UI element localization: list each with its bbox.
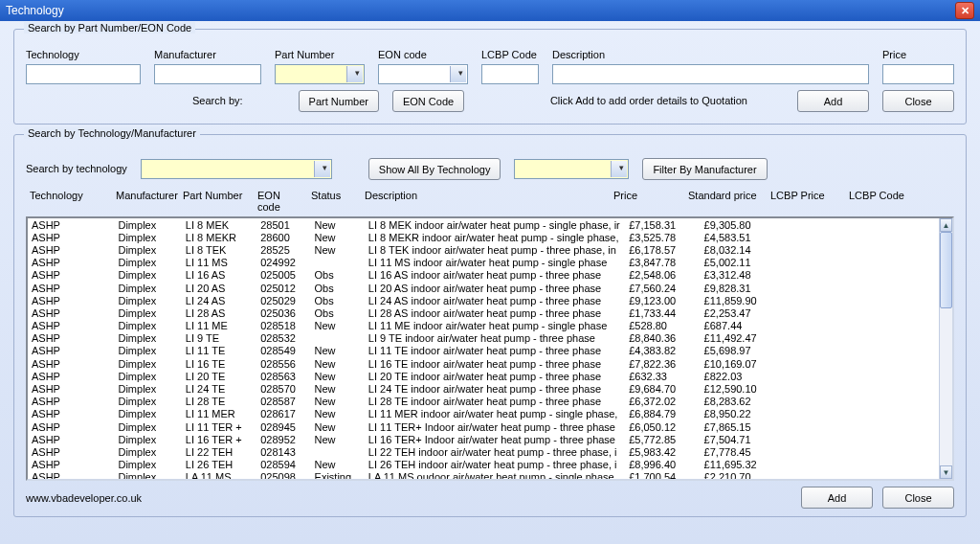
table-row[interactable]: ASHPDimplexLA 11 MS025098ExistingLA 11 M… — [28, 471, 939, 479]
col-std-price: Standard price — [684, 188, 767, 215]
scroll-up-icon[interactable]: ▲ — [940, 218, 952, 232]
table-row[interactable]: ASHPDimplexLI 24 AS025029ObsLI 24 AS ind… — [28, 294, 939, 306]
label-search-technology: Search by technology — [26, 163, 127, 174]
col-lcbp-price: LCBP Price — [767, 188, 845, 215]
col-eon-code: EON code — [254, 188, 307, 215]
btn-show-all-tech[interactable]: Show All By Technology — [368, 158, 501, 180]
hint-add-quotation: Click Add to add order details to Quotat… — [550, 95, 747, 106]
btn-filter-manufacturer[interactable]: Filter By Manufacturer — [642, 158, 767, 180]
table-row[interactable]: ASHPDimplexLI 16 TE028556NewLI 16 TE ind… — [28, 357, 939, 370]
label-part-number: Part Number — [275, 49, 365, 60]
input-description[interactable] — [552, 64, 869, 84]
btn-search-part-number[interactable]: Part Number — [299, 90, 379, 112]
label-manufacturer: Manufacturer — [154, 49, 261, 60]
input-manufacturer[interactable] — [154, 64, 261, 84]
close-icon[interactable]: ✕ — [955, 2, 974, 19]
table-row[interactable]: ASHPDimplexLI 22 TEH028143LI 22 TEH indo… — [28, 445, 939, 458]
col-status: Status — [307, 188, 361, 215]
label-lcbp-code: LCBP Code — [481, 49, 539, 60]
col-price: Price — [610, 188, 684, 215]
col-technology: Technology — [26, 188, 112, 215]
group2-legend: Search by Technology/Manufacturer — [24, 127, 200, 139]
group-search-partnumber: Search by Part Number/EON Code Technolog… — [13, 29, 967, 125]
table-row[interactable]: ASHPDimplexLI 11 MER028617NewLI 11 MER i… — [28, 408, 939, 420]
combo-eon-code[interactable] — [378, 64, 468, 84]
table-row[interactable]: ASHPDimplexLI 11 MS024992LI 11 MS indoor… — [28, 257, 939, 269]
col-lcbp-code: LCBP Code — [845, 188, 922, 215]
table-row[interactable]: ASHPDimplexLI 20 TE028563NewLI 20 TE ind… — [28, 370, 939, 382]
label-eon-code: EON code — [378, 49, 468, 60]
table-row[interactable]: ASHPDimplexLI 8 TEK28525NewLI 8 TEK indo… — [28, 243, 939, 256]
label-search-by: Search by: — [192, 95, 243, 106]
col-description: Description — [361, 188, 610, 215]
table-row[interactable]: ASHPDimplexLI 26 TEH028594NewLI 26 TEH i… — [28, 459, 939, 471]
grid-headers: Technology Manufacturer Part Number EON … — [26, 188, 954, 215]
table-row[interactable]: ASHPDimplexLI 11 TE028549NewLI 11 TE ind… — [28, 345, 939, 357]
table-row[interactable]: ASHPDimplexLI 28 AS025036ObsLI 28 AS ind… — [28, 306, 939, 319]
col-manufacturer: Manufacturer — [112, 188, 179, 215]
group1-legend: Search by Part Number/EON Code — [24, 22, 195, 34]
input-price[interactable] — [882, 64, 954, 84]
table-row[interactable]: ASHPDimplexLI 8 MEK28501NewLI 8 MEK indo… — [28, 218, 939, 231]
label-technology: Technology — [26, 49, 141, 60]
results-grid[interactable]: ASHPDimplexLI 8 MEK28501NewLI 8 MEK indo… — [26, 216, 954, 481]
btn-search-eon-code[interactable]: EON Code — [392, 90, 464, 112]
group-search-tech-mfr: Search by Technology/Manufacturer Search… — [13, 134, 967, 517]
scroll-thumb[interactable] — [940, 232, 952, 308]
combo-search-technology[interactable] — [141, 159, 332, 179]
table-row[interactable]: ASHPDimplexLI 9 TE028532LI 9 TE indoor a… — [28, 332, 939, 345]
label-description: Description — [552, 49, 869, 60]
col-part-number: Part Number — [179, 188, 254, 215]
input-lcbp-code[interactable] — [481, 64, 539, 84]
table-row[interactable]: ASHPDimplexLI 20 AS025012ObsLI 20 AS ind… — [28, 282, 939, 294]
table-row[interactable]: ASHPDimplexLI 24 TE028570NewLI 24 TE ind… — [28, 382, 939, 395]
btn-add-bottom[interactable]: Add — [801, 487, 873, 509]
btn-close-bottom[interactable]: Close — [882, 487, 954, 509]
btn-close-top[interactable]: Close — [882, 90, 954, 112]
table-row[interactable]: ASHPDimplexLI 8 MEKR28600NewLI 8 MEKR in… — [28, 231, 939, 243]
scroll-down-icon[interactable]: ▼ — [940, 465, 952, 479]
btn-add-top[interactable]: Add — [797, 90, 869, 112]
titlebar: Technology ✕ — [0, 0, 980, 21]
input-technology[interactable] — [26, 64, 141, 84]
window-title: Technology — [6, 4, 64, 17]
table-row[interactable]: ASHPDimplexLI 16 AS025005ObsLI 16 AS ind… — [28, 269, 939, 282]
table-row[interactable]: ASHPDimplexLI 16 TER +028952NewLI 16 TER… — [28, 433, 939, 445]
combo-part-number[interactable] — [275, 64, 365, 84]
table-row[interactable]: ASHPDimplexLI 11 ME028518NewLI 11 ME ind… — [28, 320, 939, 332]
table-row[interactable]: ASHPDimplexLI 28 TE028587NewLI 28 TE ind… — [28, 396, 939, 408]
table-row[interactable]: ASHPDimplexLI 11 TER +028945NewLI 11 TER… — [28, 420, 939, 433]
grid-scrollbar[interactable]: ▲ ▼ — [939, 218, 952, 479]
footer-url: www.vbadeveloper.co.uk — [26, 492, 142, 504]
combo-manufacturer-filter[interactable] — [514, 159, 629, 179]
label-price: Price — [882, 49, 954, 60]
